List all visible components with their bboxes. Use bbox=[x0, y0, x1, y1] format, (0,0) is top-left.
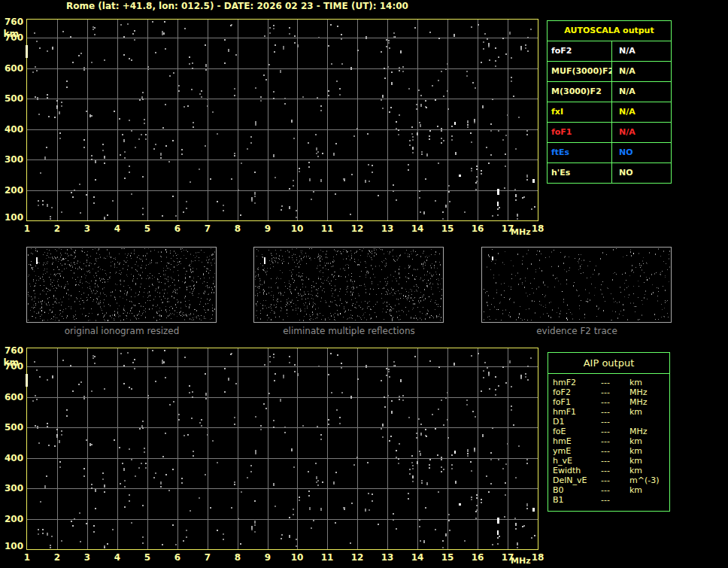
aip-table-body: hmF2---kmfoF2---MHzfoF1---MHzhmF1---kmD1… bbox=[548, 374, 669, 505]
x-axis-tick-label: 2 bbox=[46, 553, 68, 563]
parameter-label: foF1 bbox=[553, 397, 601, 407]
parameter-label: B1 bbox=[553, 495, 601, 505]
parameter-label: fxI bbox=[548, 102, 611, 122]
panel-original-ionogram bbox=[26, 247, 217, 323]
y-axis-tick-label: 300 bbox=[0, 155, 23, 165]
page-title: Rome (lat: +41.8, lon: 012.5) - DATE: 20… bbox=[66, 1, 408, 11]
x-axis-tick-label: 5 bbox=[136, 553, 159, 563]
aip-row-d1: D1--- bbox=[548, 417, 669, 427]
x-axis-unit-label: MHz bbox=[511, 227, 531, 237]
parameter-value: --- bbox=[601, 417, 629, 427]
y-axis-tick-label: 100 bbox=[0, 213, 23, 223]
autoscala-row-m3000f2: M(3000)F2N/A bbox=[548, 81, 671, 102]
x-axis-tick-label: 15 bbox=[436, 553, 459, 563]
y-axis-tick-label: 200 bbox=[0, 515, 23, 524]
aip-row-hmf2: hmF2---km bbox=[548, 378, 669, 387]
x-axis-tick-label: 8 bbox=[226, 553, 249, 563]
aip-row-fof2: foF2---MHz bbox=[548, 387, 669, 397]
parameter-value: --- bbox=[601, 485, 629, 495]
autoscala-row-fxi: fxIN/A bbox=[548, 102, 671, 122]
x-axis-tick-label: 16 bbox=[466, 224, 489, 234]
parameter-unit: km bbox=[629, 466, 669, 475]
panel-caption-f2trace: evidence F2 trace bbox=[536, 326, 617, 336]
x-axis-tick-label: 12 bbox=[346, 224, 369, 234]
x-axis-tick-label: 15 bbox=[436, 224, 459, 234]
autoscala-row-hes: h'EsNO bbox=[548, 163, 671, 183]
parameter-unit: MHz bbox=[629, 387, 669, 397]
x-axis-tick-label: 3 bbox=[76, 553, 99, 563]
parameter-value: --- bbox=[601, 397, 629, 407]
x-axis-tick-label: 9 bbox=[256, 224, 279, 234]
parameter-unit: km bbox=[629, 456, 669, 466]
autoscala-output-table: AUTOSCALA output foF2N/AMUF(3000)F2N/AM(… bbox=[547, 20, 672, 184]
y-axis-tick-label: 500 bbox=[0, 94, 23, 104]
parameter-value: NO bbox=[611, 163, 671, 183]
y-axis-highlight-marker bbox=[26, 45, 28, 58]
parameter-unit bbox=[629, 495, 669, 505]
y-axis-tick-label: 600 bbox=[0, 393, 23, 402]
x-axis-tick-label: 1 bbox=[16, 224, 38, 234]
parameter-label: h_vE bbox=[553, 456, 601, 466]
y-axis-tick-label: 760 bbox=[0, 17, 23, 27]
x-axis-tick-label: 12 bbox=[346, 553, 369, 563]
aip-row-b0: B0---km bbox=[548, 485, 669, 495]
ionogram-plot-bottom: 760700600500400300200100km12345678910111… bbox=[26, 348, 538, 550]
parameter-label: Ewidth bbox=[553, 466, 601, 475]
aip-row-b1: B1--- bbox=[548, 495, 669, 505]
y-axis-tick-label: 100 bbox=[0, 542, 23, 551]
parameter-value: --- bbox=[601, 378, 629, 387]
x-axis-tick-label: 11 bbox=[316, 224, 338, 234]
aip-row-hve: h_vE---km bbox=[548, 456, 669, 466]
y-axis-tick-label: 760 bbox=[0, 346, 23, 356]
parameter-label: hmE bbox=[553, 436, 601, 446]
parameter-unit: km bbox=[629, 485, 669, 495]
y-axis-tick-label: 400 bbox=[0, 125, 23, 135]
panel-eliminate-reflections bbox=[253, 247, 444, 323]
x-axis-tick-label: 3 bbox=[76, 224, 99, 234]
aip-row-delnve: DelN_vE---m^(-3) bbox=[548, 475, 669, 485]
x-axis-tick-label: 4 bbox=[106, 224, 129, 234]
ionogram-canvas bbox=[27, 348, 538, 549]
y-axis-tick-label: 600 bbox=[0, 64, 23, 74]
y-axis-tick-label: 500 bbox=[0, 423, 23, 433]
parameter-value: --- bbox=[601, 436, 629, 446]
parameter-value: --- bbox=[601, 466, 629, 475]
parameter-label: hmF2 bbox=[553, 378, 601, 387]
y-axis-tick-label: 200 bbox=[0, 186, 23, 196]
x-axis-tick-label: 13 bbox=[376, 224, 399, 234]
parameter-label: foF1 bbox=[548, 123, 611, 142]
x-axis-tick-label: 2 bbox=[46, 224, 68, 234]
parameter-unit: km bbox=[629, 378, 669, 387]
autoscala-window: Rome (lat: +41.8, lon: 012.5) - DATE: 20… bbox=[0, 0, 728, 568]
x-axis-tick-label: 4 bbox=[106, 553, 129, 563]
y-axis-unit-label: km bbox=[0, 358, 19, 368]
panel-evidence-f2-trace bbox=[481, 247, 672, 323]
y-axis-unit-label: km bbox=[0, 29, 19, 39]
y-axis-highlight-marker bbox=[26, 374, 28, 387]
y-axis-tick-label: 300 bbox=[0, 484, 23, 494]
autoscala-row-ftes: ftEsNO bbox=[548, 142, 671, 163]
panel-canvas bbox=[27, 248, 216, 322]
parameter-value: --- bbox=[601, 427, 629, 436]
x-axis-tick-label: 1 bbox=[16, 553, 38, 563]
panel-caption-reflections: eliminate multiple reflections bbox=[283, 326, 415, 336]
parameter-value: --- bbox=[601, 456, 629, 466]
aip-row-hme: hmE---km bbox=[548, 436, 669, 446]
aip-row-hmf1: hmF1---km bbox=[548, 407, 669, 417]
parameter-value: --- bbox=[601, 407, 629, 417]
aip-row-foe: foE---MHz bbox=[548, 427, 669, 436]
aip-table-header: AIP output bbox=[548, 353, 669, 374]
parameter-unit: km bbox=[629, 446, 669, 456]
x-axis-tick-label: 16 bbox=[466, 553, 489, 563]
parameter-unit: m^(-3) bbox=[629, 475, 669, 485]
parameter-label: ftEs bbox=[548, 143, 611, 163]
parameter-value: N/A bbox=[611, 102, 671, 122]
autoscala-table-body: foF2N/AMUF(3000)F2N/AM(3000)F2N/AfxIN/Af… bbox=[548, 41, 671, 183]
x-axis-tick-label: 11 bbox=[316, 553, 338, 563]
x-axis-tick-label: 6 bbox=[166, 224, 189, 234]
parameter-label: M(3000)F2 bbox=[548, 82, 611, 102]
aip-row-ewidth: Ewidth---km bbox=[548, 466, 669, 475]
parameter-value: --- bbox=[601, 446, 629, 456]
parameter-unit bbox=[629, 417, 669, 427]
x-axis-tick-label: 10 bbox=[286, 224, 308, 234]
